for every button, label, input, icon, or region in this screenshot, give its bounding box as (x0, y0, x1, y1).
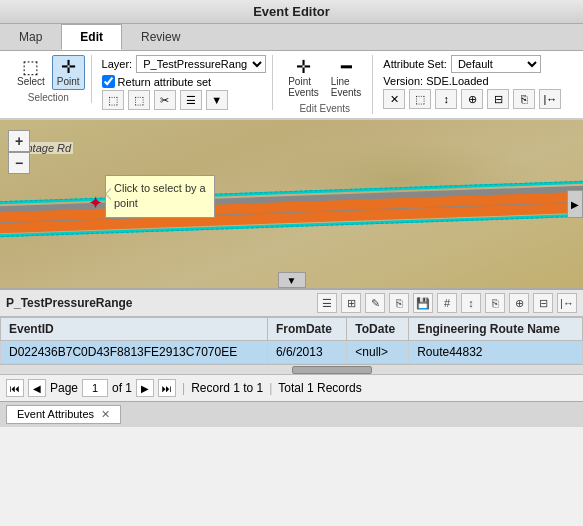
attr-tool-4[interactable]: ⊕ (461, 89, 483, 109)
attr-row2: Version: SDE.Loaded (383, 75, 561, 87)
attr-tool-6[interactable]: ⎘ (513, 89, 535, 109)
table-container: EventID FromDate ToDate Engineering Rout… (0, 317, 583, 364)
of-label: of 1 (112, 381, 132, 395)
table-row[interactable]: D022436B7C0D43F8813FE2913C7070EE 6/6/201… (1, 341, 583, 364)
tbl-btn-relate[interactable]: ⎘ (485, 293, 505, 313)
ribbon-select-section: ⬚ Select ✛ Point Selection (6, 55, 92, 103)
tbl-btn-edit[interactable]: ✎ (365, 293, 385, 313)
return-attr-checkbox-label[interactable]: Return attribute set (102, 75, 212, 88)
record-range-label: Record 1 to 1 (191, 381, 263, 395)
layer-label: Layer: (102, 58, 133, 70)
event-attributes-tab[interactable]: Event Attributes ✕ (6, 405, 121, 424)
tbl-btn-filter[interactable]: ☰ (317, 293, 337, 313)
app-title: Event Editor (253, 4, 330, 19)
point-icon: ✛ (61, 58, 76, 76)
tab-map[interactable]: Map (0, 24, 61, 50)
attr-small-tools: ✕ ⬚ ↕ ⊕ ⊟ ⎘ |↔ (383, 89, 561, 109)
table-hscroll[interactable] (0, 364, 583, 374)
sel-tool-4[interactable]: ☰ (180, 90, 202, 110)
page-label: Page (50, 381, 78, 395)
map-scroll-right[interactable]: ▶ (567, 190, 583, 218)
table-name: P_TestPressureRange (6, 296, 313, 310)
point-events-icon: ✛ (296, 58, 311, 76)
selection-label: Selection (28, 92, 69, 103)
bottom-tab-bar: Event Attributes ✕ (0, 401, 583, 427)
layer-row1: Layer: P_TestPressureRange (102, 55, 267, 73)
map-scroll-down[interactable]: ▼ (278, 272, 306, 288)
ribbon: ⬚ Select ✛ Point Selection Layer: P_Test… (0, 51, 583, 120)
pagination-bar: ⏮ ◀ Page of 1 ▶ ⏭ | Record 1 to 1 | Tota… (0, 374, 583, 401)
tbl-btn-copy[interactable]: ⎘ (389, 293, 409, 313)
event-attributes-close[interactable]: ✕ (101, 408, 110, 420)
line-events-button[interactable]: ━ Line Events (326, 55, 367, 101)
edit-events-label: Edit Events (299, 103, 350, 114)
tbl-btn-grid[interactable]: ⊞ (341, 293, 361, 313)
map-area[interactable]: Frontage Rd ✦ + − Click to select by a p… (0, 120, 583, 290)
map-tooltip: Click to select by a point (105, 175, 215, 218)
attr-tool-7[interactable]: |↔ (539, 89, 561, 109)
select-button[interactable]: ⬚ Select (12, 55, 50, 90)
point-button[interactable]: ✛ Point (52, 55, 85, 90)
page-number-input[interactable] (82, 379, 108, 397)
layer-section: Layer: P_TestPressureRange Return attrib… (96, 55, 274, 110)
layer-select[interactable]: P_TestPressureRange (136, 55, 266, 73)
tbl-btn-del[interactable]: ⊟ (533, 293, 553, 313)
next-page-button[interactable]: ▶ (136, 379, 154, 397)
sel-tool-3[interactable]: ✂ (154, 90, 176, 110)
zoom-in-button[interactable]: + (8, 130, 30, 152)
sel-tool-5[interactable]: ▼ (206, 90, 228, 110)
data-table: EventID FromDate ToDate Engineering Rout… (0, 317, 583, 364)
events-section: ✛ Point Events ━ Line Events Edit Events (277, 55, 373, 114)
hscroll-thumb[interactable] (292, 366, 372, 374)
layer-row: Layer: P_TestPressureRange Return attrib… (102, 55, 267, 110)
zoom-out-button[interactable]: − (8, 152, 30, 174)
cell-eventid: D022436B7C0D43F8813FE2913C7070EE (1, 341, 268, 364)
attr-section: Attribute Set: Default Version: SDE.Load… (377, 55, 567, 109)
attr-set-label: Attribute Set: (383, 58, 447, 70)
cell-fromdate: 6/6/2013 (267, 341, 346, 364)
tab-edit[interactable]: Edit (61, 24, 122, 50)
col-header-todate[interactable]: ToDate (347, 318, 409, 341)
point-events-button[interactable]: ✛ Point Events (283, 55, 324, 101)
select-icon: ⬚ (22, 58, 39, 76)
prev-page-button[interactable]: ◀ (28, 379, 46, 397)
tbl-btn-calc[interactable]: # (437, 293, 457, 313)
attr-set-select[interactable]: Default (451, 55, 541, 73)
map-zoom: + − (8, 130, 30, 174)
total-records-label: Total 1 Records (278, 381, 361, 395)
attr-tool-1[interactable]: ✕ (383, 89, 405, 109)
attr-tool-3[interactable]: ↕ (435, 89, 457, 109)
layer-row2: Return attribute set (102, 75, 267, 88)
tbl-btn-sort[interactable]: ↕ (461, 293, 481, 313)
tbl-btn-add[interactable]: ⊕ (509, 293, 529, 313)
select-tools: ⬚ Select ✛ Point (12, 55, 85, 90)
col-header-routename[interactable]: Engineering Route Name (409, 318, 583, 341)
cell-routename: Route44832 (409, 341, 583, 364)
attr-row1: Attribute Set: Default (383, 55, 561, 73)
tbl-btn-export[interactable]: |↔ (557, 293, 577, 313)
title-bar: Event Editor (0, 0, 583, 24)
col-header-eventid[interactable]: EventID (1, 318, 268, 341)
version-label: Version: SDE.Loaded (383, 75, 488, 87)
cell-todate: <null> (347, 341, 409, 364)
tab-bar: Map Edit Review (0, 24, 583, 51)
selection-small-tools: ⬚ ⬚ ✂ ☰ ▼ (102, 90, 267, 110)
table-toolbar: P_TestPressureRange ☰ ⊞ ✎ ⎘ 💾 # ↕ ⎘ ⊕ ⊟ … (0, 290, 583, 317)
return-attr-checkbox[interactable] (102, 75, 115, 88)
tbl-btn-save[interactable]: 💾 (413, 293, 433, 313)
event-tools: ✛ Point Events ━ Line Events (283, 55, 366, 101)
sel-tool-2[interactable]: ⬚ (128, 90, 150, 110)
attr-tool-2[interactable]: ⬚ (409, 89, 431, 109)
last-page-button[interactable]: ⏭ (158, 379, 176, 397)
line-events-icon: ━ (341, 58, 352, 76)
tab-review[interactable]: Review (122, 24, 199, 50)
attr-tool-5[interactable]: ⊟ (487, 89, 509, 109)
first-page-button[interactable]: ⏮ (6, 379, 24, 397)
sel-tool-1[interactable]: ⬚ (102, 90, 124, 110)
col-header-fromdate[interactable]: FromDate (267, 318, 346, 341)
